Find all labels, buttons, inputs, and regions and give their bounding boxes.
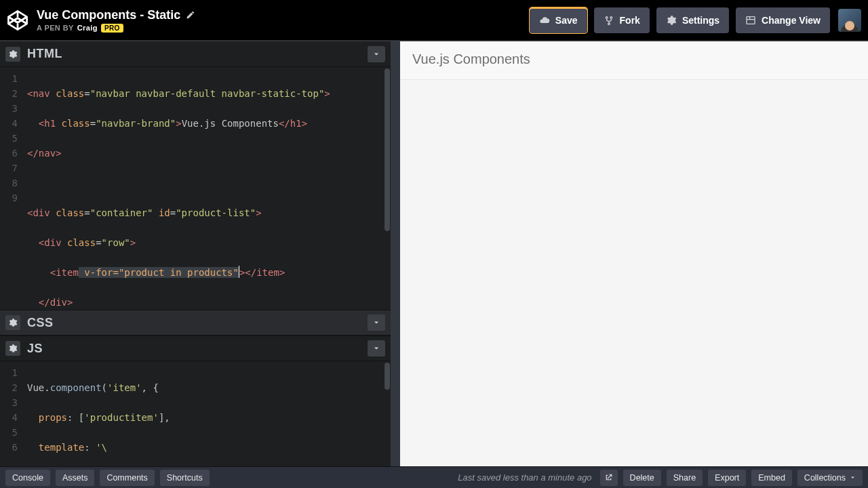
top-bar: Vue Components - Static A PEN BY Craig P… (0, 0, 868, 41)
workspace: HTML 1 2 3 4 5 6 7 8 9 <nav class="navba… (0, 41, 868, 466)
html-collapse-button[interactable] (368, 46, 385, 62)
html-gutter: 1 2 3 4 5 6 7 8 9 (0, 67, 23, 310)
html-panel-title: HTML (27, 47, 62, 61)
collections-button[interactable]: Collections (797, 470, 863, 486)
embed-button[interactable]: Embed (751, 470, 792, 486)
comments-button[interactable]: Comments (100, 470, 154, 486)
avatar[interactable] (838, 9, 861, 32)
preview-navbar: Vue.js Components (400, 41, 868, 80)
save-status: Last saved less than a minute ago (458, 472, 591, 483)
share-button[interactable]: Share (667, 470, 703, 486)
css-settings-icon[interactable] (5, 315, 20, 330)
preview-heading: Vue.js Components (412, 52, 856, 67)
js-editor[interactable]: 1 2 3 4 5 6 Vue.component('item', { prop… (0, 361, 391, 466)
js-panel-title: JS (27, 342, 43, 356)
codepen-logo[interactable] (4, 7, 31, 34)
footer-bar: Console Assets Comments Shortcuts Last s… (0, 466, 868, 488)
console-button[interactable]: Console (5, 470, 50, 486)
css-panel-header[interactable]: CSS (0, 310, 391, 336)
js-gutter: 1 2 3 4 5 6 (0, 361, 23, 466)
svg-rect-0 (747, 16, 755, 24)
fork-button[interactable]: Fork (594, 7, 650, 33)
js-settings-icon[interactable] (5, 341, 20, 356)
layout-icon (745, 15, 756, 26)
html-code[interactable]: <nav class="navbar navbar-default navbar… (23, 67, 391, 310)
preview-pane[interactable]: Vue.js Components (400, 41, 868, 466)
gear-icon (666, 15, 677, 26)
pen-title[interactable]: Vue Components - Static (37, 8, 180, 22)
html-editor[interactable]: 1 2 3 4 5 6 7 8 9 <nav class="navbar nav… (0, 67, 391, 310)
open-external-button[interactable] (600, 470, 618, 486)
js-code[interactable]: Vue.component('item', { props: ['product… (23, 361, 391, 466)
fork-icon (604, 15, 614, 26)
editors-column: HTML 1 2 3 4 5 6 7 8 9 <nav class="navba… (0, 41, 400, 466)
delete-button[interactable]: Delete (623, 470, 661, 486)
shortcuts-button[interactable]: Shortcuts (160, 470, 210, 486)
html-panel-header[interactable]: HTML (0, 41, 391, 67)
export-button[interactable]: Export (708, 470, 746, 486)
pen-meta: Vue Components - Static A PEN BY Craig P… (37, 8, 195, 33)
save-button[interactable]: Save (530, 7, 587, 33)
pen-byline-prefix: A PEN BY (37, 24, 74, 32)
js-collapse-button[interactable] (368, 340, 385, 357)
chevron-down-icon (850, 474, 856, 481)
css-panel-title: CSS (27, 316, 54, 330)
cloud-save-icon (539, 15, 550, 26)
html-settings-icon[interactable] (5, 47, 20, 62)
pen-author[interactable]: Craig (77, 24, 98, 32)
js-scrollbar[interactable] (384, 363, 390, 390)
css-collapse-button[interactable] (368, 314, 385, 331)
change-view-button[interactable]: Change View (736, 7, 830, 33)
settings-button[interactable]: Settings (656, 7, 729, 33)
assets-button[interactable]: Assets (56, 470, 95, 486)
edit-title-icon[interactable] (186, 10, 195, 20)
pro-badge: PRO (101, 24, 123, 33)
js-panel-header[interactable]: JS (0, 336, 391, 361)
html-scrollbar[interactable] (384, 68, 390, 231)
